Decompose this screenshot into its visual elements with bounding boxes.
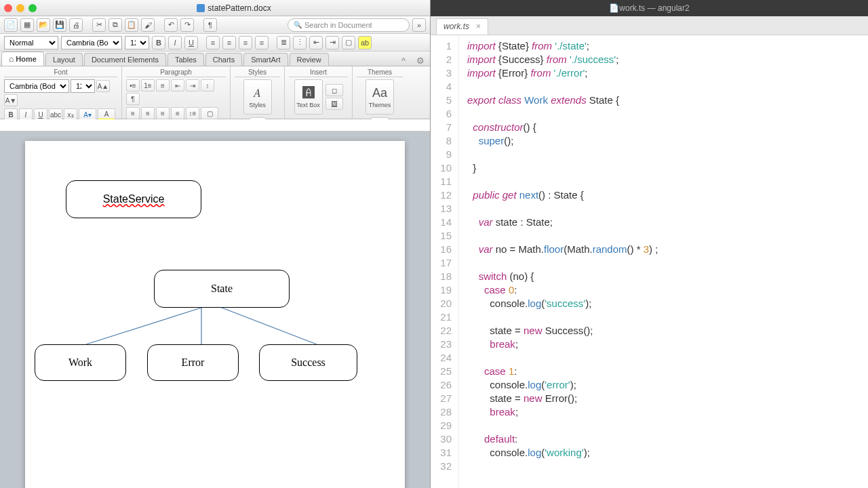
tab-review[interactable]: Review	[290, 53, 329, 66]
align-right-button-2[interactable]: ≡	[156, 107, 170, 119]
themes-icon: Aa	[372, 86, 387, 100]
paragraph-marks-button[interactable]: ¶	[126, 93, 140, 105]
grow-font-button[interactable]: A▲	[96, 80, 110, 92]
outdent-button[interactable]: ⇤	[309, 36, 323, 49]
quick-toolbar: 📄 ▦ 📂 💾 🖨 ✂ ⧉ 📋 🖌 ↶ ↷ ¶ Search in Docume…	[0, 16, 430, 34]
document-title: statePattern.docx	[42, 3, 426, 13]
font-family-select[interactable]: Cambria (Body)	[4, 79, 69, 93]
style-select[interactable]: Normal	[4, 36, 58, 49]
bold-button[interactable]: B	[152, 36, 165, 49]
ruler[interactable]	[0, 119, 430, 131]
editor-tabs: work.ts ×	[431, 16, 868, 35]
word-doc-icon	[197, 4, 205, 12]
collapse-ribbon-icon[interactable]: ^	[396, 56, 411, 66]
indent-button-2[interactable]: ⇥	[186, 79, 199, 92]
font-size-select[interactable]: 12	[71, 79, 95, 93]
tab-charts[interactable]: Charts	[205, 53, 242, 66]
save-button[interactable]: 💾	[53, 18, 66, 32]
multilevel-button[interactable]: ≡	[156, 79, 170, 92]
textbox-button[interactable]: 🅰Text Box	[294, 79, 323, 115]
show-formatting-button[interactable]: ¶	[203, 18, 217, 32]
minimize-icon[interactable]	[16, 4, 24, 12]
ribbon-tabs: ⌂ Home Layout Document Elements Tables C…	[0, 52, 430, 66]
group-styles-title: Styles	[235, 68, 280, 77]
numbered-list-button[interactable]: ≣	[277, 36, 290, 49]
diagram-box-work[interactable]: Work	[35, 344, 126, 381]
svg-line-0	[86, 308, 201, 344]
justify-button[interactable]: ≡	[255, 36, 269, 49]
align-left-button-2[interactable]: ≡	[126, 107, 140, 119]
shape-button[interactable]: ◻	[326, 84, 343, 96]
themes-button[interactable]: AaThemes	[366, 79, 394, 115]
picture-button[interactable]: 🖼	[326, 98, 343, 110]
tab-layout[interactable]: Layout	[45, 53, 83, 66]
document-page: StateService State Work Error Success	[25, 141, 405, 488]
indent-button[interactable]: ⇥	[326, 36, 339, 49]
line-spacing-button[interactable]: ↕≡	[186, 107, 199, 119]
tab-document-elements[interactable]: Document Elements	[84, 53, 166, 66]
open-button[interactable]: 📂	[37, 18, 50, 32]
format-toolbar: Normal Cambria (Bo... 12 B I U ≡ ≡ ≡ ≡ ≣…	[0, 34, 430, 52]
italic-button[interactable]: I	[168, 36, 182, 49]
format-painter-button[interactable]: 🖌	[141, 18, 155, 32]
sort-button[interactable]: ↕	[201, 79, 214, 92]
search-input[interactable]: Search in Document	[288, 18, 410, 32]
outdent-button-2[interactable]: ⇤	[171, 79, 184, 92]
settings-gear-icon[interactable]: ⚙	[411, 56, 430, 66]
diagram-box-stateservice[interactable]: StateService	[66, 180, 201, 218]
shrink-font-button[interactable]: A▼	[4, 94, 18, 106]
editor-titlebar: 📄 work.ts — angular2	[431, 0, 868, 16]
styles-icon: 𝐴	[254, 86, 261, 100]
zoom-icon[interactable]	[28, 4, 37, 12]
size-select[interactable]: 12	[125, 36, 149, 49]
close-tab-icon[interactable]: ×	[476, 22, 481, 31]
bullets-button[interactable]: •≡	[126, 79, 140, 92]
highlight-button[interactable]: ab	[358, 36, 372, 49]
align-center-button[interactable]: ≡	[222, 36, 236, 49]
expand-icon[interactable]: »	[412, 18, 426, 32]
print-button[interactable]: 🖨	[69, 18, 83, 32]
shading-button[interactable]: ▢	[201, 107, 218, 119]
align-right-button[interactable]: ≡	[239, 36, 252, 49]
document-canvas[interactable]: StateService State Work Error Success	[0, 131, 430, 488]
templates-button[interactable]: ▦	[20, 18, 34, 32]
editor-tab-work[interactable]: work.ts ×	[436, 18, 488, 35]
word-window: statePattern.docx 📄 ▦ 📂 💾 🖨 ✂ ⧉ 📋 🖌 ↶ ↷ …	[0, 0, 431, 488]
tab-smartart[interactable]: SmartArt	[243, 53, 288, 66]
group-paragraph-title: Paragraph	[126, 68, 226, 77]
code-source[interactable]: import {State} from './state'; import {S…	[459, 35, 658, 488]
ribbon-body: Font Cambria (Body) 12 A▲ A▼ B I U abc x…	[0, 66, 430, 119]
word-titlebar: statePattern.docx	[0, 0, 430, 16]
svg-line-2	[222, 308, 317, 344]
code-area[interactable]: 1234567891011121314151617181920212223242…	[431, 35, 868, 488]
code-editor-window: 📄 work.ts — angular2 work.ts × 123456789…	[431, 0, 868, 488]
group-insert-title: Insert	[289, 68, 348, 77]
font-select[interactable]: Cambria (Bo...	[61, 36, 122, 49]
paste-button[interactable]: 📋	[125, 18, 138, 32]
copy-button[interactable]: ⧉	[108, 18, 122, 32]
undo-button[interactable]: ↶	[164, 18, 178, 32]
justify-button-2[interactable]: ≡	[171, 107, 184, 119]
align-left-button[interactable]: ≡	[206, 36, 220, 49]
redo-button[interactable]: ↷	[180, 18, 194, 32]
numbering-button[interactable]: 1≡	[141, 79, 155, 92]
group-themes-title: Themes	[357, 68, 403, 77]
align-center-button-2[interactable]: ≡	[141, 107, 155, 119]
diagram-box-success[interactable]: Success	[259, 344, 357, 381]
borders-button[interactable]: ▢	[342, 36, 355, 49]
line-gutter: 1234567891011121314151617181920212223242…	[431, 35, 459, 488]
diagram-box-error[interactable]: Error	[147, 344, 239, 381]
tab-home[interactable]: ⌂ Home	[1, 52, 44, 66]
close-icon[interactable]	[4, 4, 12, 12]
textbox-icon: 🅰	[302, 86, 315, 100]
new-doc-button[interactable]: 📄	[4, 18, 18, 32]
tab-tables[interactable]: Tables	[167, 53, 204, 66]
group-font-title: Font	[4, 68, 117, 77]
bullet-list-button[interactable]: ⋮	[293, 36, 307, 49]
cut-button[interactable]: ✂	[92, 18, 106, 32]
styles-button[interactable]: 𝐴Styles	[243, 79, 272, 115]
underline-button[interactable]: U	[184, 36, 198, 49]
diagram-box-state[interactable]: State	[154, 270, 290, 308]
